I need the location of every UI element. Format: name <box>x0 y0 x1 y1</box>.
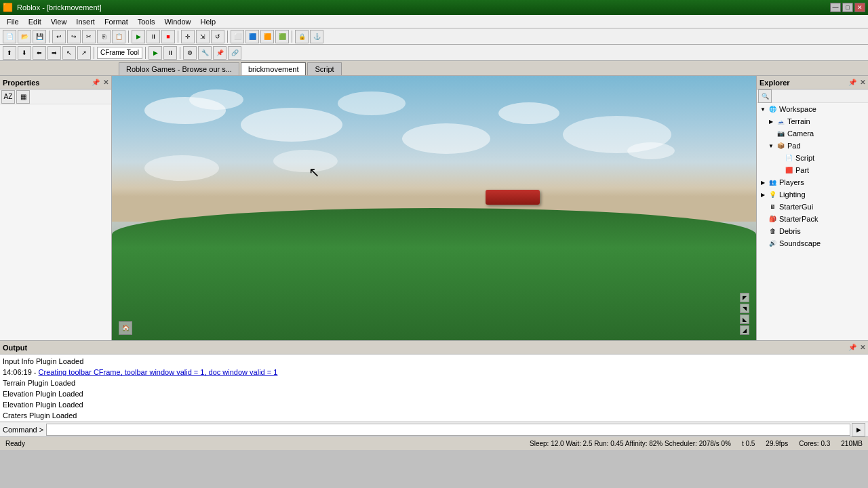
tree-debris[interactable]: ▶ 🗑 Debris <box>757 225 868 237</box>
lock-btn[interactable]: 🔒 <box>295 30 309 43</box>
new-btn[interactable]: 📄 <box>3 30 16 43</box>
tab-script[interactable]: Script <box>307 62 341 75</box>
open-btn[interactable]: 📂 <box>18 30 31 43</box>
tb2-misc4[interactable]: 🔗 <box>228 46 241 60</box>
status-text: Ready <box>5 440 25 447</box>
properties-filter-btn[interactable]: ▦ <box>16 90 30 104</box>
tree-lighting[interactable]: ▶ 💡 Lighting <box>757 188 868 201</box>
explorer-close-btn[interactable]: ✕ <box>860 79 865 86</box>
minimize-button[interactable]: — <box>830 3 841 12</box>
tree-workspace[interactable]: ▼ 🌐 Workspace <box>757 103 868 115</box>
output-close-btn[interactable]: ✕ <box>860 344 865 351</box>
explorer-panel: Explorer 📌 ✕ 🔍 ▼ 🌐 Workspace ▶ 🗻 Terrain <box>756 76 868 340</box>
nav-bottomleft[interactable]: ◣ <box>740 314 749 324</box>
anchor-btn[interactable]: ⚓ <box>310 30 323 43</box>
viewport[interactable]: ↖ ◤ ◥ ◣ ◢ 🏠 <box>112 76 756 340</box>
viewport-home-icon[interactable]: 🏠 <box>119 321 132 335</box>
properties-content <box>0 104 111 340</box>
paste-btn[interactable]: 📋 <box>112 30 125 43</box>
tab-brickmovement[interactable]: brickmovement <box>241 62 307 75</box>
menu-view[interactable]: View <box>47 16 71 27</box>
pause-btn[interactable]: ⏸ <box>146 30 160 43</box>
terrain-btn[interactable]: 🟩 <box>275 30 289 43</box>
part-btn[interactable]: 🟦 <box>245 30 259 43</box>
menu-edit[interactable]: Edit <box>24 16 45 27</box>
output-link1[interactable]: Creating toolbar CFrame, toolbar window … <box>39 368 278 376</box>
properties-sort-btn[interactable]: AZ <box>1 90 15 104</box>
separator7 <box>145 47 146 59</box>
status-coords: t 0.5 <box>742 440 755 447</box>
rotate-btn[interactable]: ↺ <box>211 30 224 43</box>
tb2-run-btn[interactable]: ▶ <box>149 46 162 60</box>
properties-close-btn[interactable]: ✕ <box>103 79 108 86</box>
nav-topleft[interactable]: ◤ <box>740 293 749 302</box>
explorer-filter-btn[interactable]: 🔍 <box>758 89 772 103</box>
tree-startergui[interactable]: ▶ 🖥 StarterGui <box>757 201 868 213</box>
explorer-toolbar: 🔍 <box>757 89 868 103</box>
lighting-expand[interactable]: ▶ <box>760 191 766 198</box>
menu-help[interactable]: Help <box>197 16 220 27</box>
tree-pad[interactable]: ▼ 📦 Pad <box>757 140 868 152</box>
tree-script[interactable]: ▶ 📄 Script <box>757 152 868 164</box>
menu-tools[interactable]: Tools <box>134 16 159 27</box>
menu-file[interactable]: File <box>3 16 23 27</box>
tree-part[interactable]: ▶ 🟥 Part <box>757 164 868 176</box>
tree-camera[interactable]: ▶ 📷 Camera <box>757 127 868 140</box>
tb2-misc1[interactable]: ⚙ <box>183 46 197 60</box>
players-label: Players <box>779 178 804 186</box>
starterpack-label: StarterPack <box>779 215 818 223</box>
nav-bottomright[interactable]: ◢ <box>740 325 749 335</box>
menu-window[interactable]: Window <box>160 16 195 27</box>
output-panel: Output 📌 ✕ Input Info Plugin Loaded 14:0… <box>0 340 868 422</box>
save-btn[interactable]: 💾 <box>33 30 46 43</box>
cut-btn[interactable]: ✂ <box>82 30 96 43</box>
menu-format[interactable]: Format <box>100 16 132 27</box>
tb2-btn1[interactable]: ⬆ <box>3 46 16 60</box>
part-label: Part <box>795 166 809 174</box>
tb2-btn3[interactable]: ⬅ <box>33 46 46 60</box>
workspace-expand[interactable]: ▼ <box>760 106 766 113</box>
tb2-btn6[interactable]: ↗ <box>77 46 91 60</box>
workspace-label: Workspace <box>779 105 816 113</box>
tb2-pause-btn[interactable]: ⏸ <box>163 46 177 60</box>
terrain-expand[interactable]: ▶ <box>768 118 774 125</box>
tb2-btn4[interactable]: ➡ <box>47 46 61 60</box>
properties-pin-btn[interactable]: 📌 <box>92 79 100 86</box>
close-button[interactable]: ✕ <box>854 3 865 12</box>
play-btn[interactable]: ▶ <box>132 30 145 43</box>
output-pin-btn[interactable]: 📌 <box>848 344 856 351</box>
redo-btn[interactable]: ↪ <box>67 30 81 43</box>
explorer-pin-btn[interactable]: 📌 <box>848 79 856 86</box>
pad-expand[interactable]: ▼ <box>768 142 774 149</box>
tb2-btn5[interactable]: ↖ <box>62 46 76 60</box>
players-expand[interactable]: ▶ <box>760 179 766 186</box>
move-btn[interactable]: ✛ <box>181 30 195 43</box>
command-input[interactable] <box>46 424 850 436</box>
tb2-misc2[interactable]: 🔧 <box>198 46 212 60</box>
tb2-misc3[interactable]: 📌 <box>213 46 226 60</box>
tree-players[interactable]: ▶ 👥 Players <box>757 176 868 188</box>
tab-browse[interactable]: Roblox Games - Browse our s... <box>119 62 239 75</box>
menu-insert[interactable]: Insert <box>72 16 99 27</box>
copy-btn[interactable]: ⎘ <box>97 30 111 43</box>
tree-starterpack[interactable]: ▶ 🎒 StarterPack <box>757 213 868 225</box>
cloud4 <box>338 92 406 115</box>
terrain-label: Terrain <box>787 117 810 125</box>
select-btn[interactable]: ⬜ <box>231 30 244 43</box>
terrain-icon: 🗻 <box>776 117 785 126</box>
properties-toolbar: AZ ▦ <box>0 89 111 104</box>
undo-btn[interactable]: ↩ <box>52 30 66 43</box>
separator4 <box>227 30 228 43</box>
tree-soundscape[interactable]: ▶ 🔊 Soundscape <box>757 237 868 249</box>
stop-btn[interactable]: ■ <box>161 30 175 43</box>
maximize-button[interactable]: □ <box>842 3 853 12</box>
command-submit-btn[interactable]: ▶ <box>852 423 865 436</box>
scale-btn[interactable]: ⇲ <box>196 30 210 43</box>
model-btn[interactable]: 🟧 <box>260 30 274 43</box>
separator6 <box>94 47 94 59</box>
tree-terrain[interactable]: ▶ 🗻 Terrain <box>757 115 868 127</box>
tb2-btn2[interactable]: ⬇ <box>18 46 31 60</box>
explorer-content: ▼ 🌐 Workspace ▶ 🗻 Terrain ▶ 📷 Camera ▼ 📦… <box>757 103 868 340</box>
debris-icon: 🗑 <box>768 226 777 236</box>
nav-topright[interactable]: ◥ <box>740 304 749 313</box>
